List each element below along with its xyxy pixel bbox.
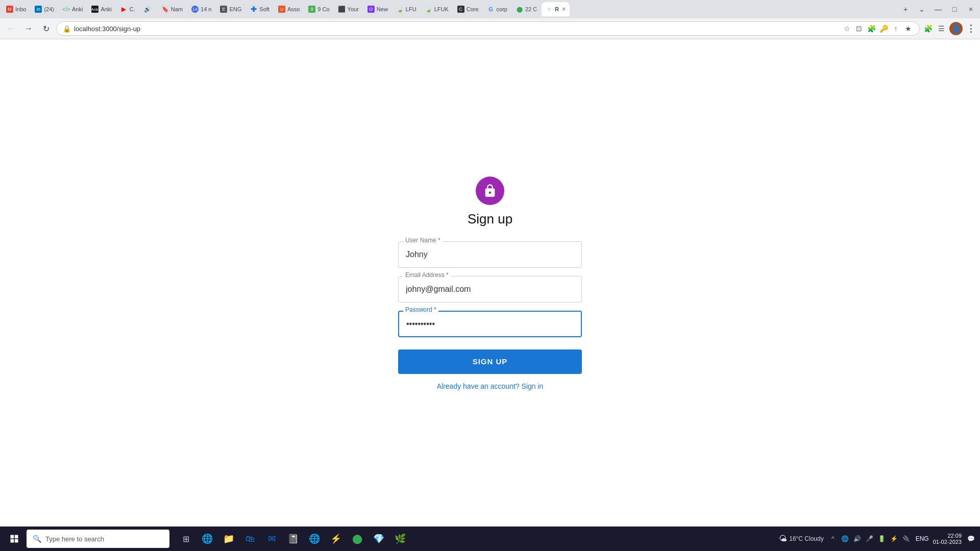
- youtube-favicon: ▶: [120, 6, 128, 13]
- close-button[interactable]: ×: [964, 2, 978, 16]
- share-icon[interactable]: ↑: [891, 23, 901, 34]
- gmail-favicon: M: [6, 6, 13, 13]
- app11-button[interactable]: 🌿: [390, 529, 410, 549]
- password-input[interactable]: [398, 311, 582, 337]
- tab-youtube-label: C.: [130, 6, 135, 12]
- tab-9co-label: 9 Co: [317, 6, 329, 12]
- chrome-button[interactable]: ⬤: [347, 529, 368, 549]
- tab-google[interactable]: G corp: [483, 2, 511, 16]
- store-button[interactable]: 🛍: [240, 529, 260, 549]
- tab-github-label: Your: [348, 6, 359, 12]
- volume-icon[interactable]: 🔊: [852, 534, 863, 544]
- username-input[interactable]: [398, 241, 582, 268]
- network-icon[interactable]: 🌐: [840, 534, 850, 544]
- power-icon[interactable]: ⚡: [889, 534, 899, 544]
- cast-icon[interactable]: ⊡: [854, 23, 864, 34]
- minimize-button[interactable]: —: [931, 2, 945, 16]
- tab-eng[interactable]: E ENG: [216, 2, 246, 16]
- tab-ub-label: Asso: [287, 6, 300, 12]
- new-tab-button[interactable]: +: [898, 2, 913, 16]
- tab-new-obsidian[interactable]: O New: [363, 2, 392, 16]
- eng-favicon: E: [220, 6, 227, 13]
- address-text: localhost:3000/sign-up: [74, 25, 140, 33]
- bookmark-star-icon[interactable]: ☆: [842, 23, 852, 34]
- email-input[interactable]: [398, 276, 582, 303]
- taskbar-clock: 22:09 01-02-2023: [933, 533, 962, 545]
- vscode-button[interactable]: 💎: [369, 529, 389, 549]
- profile-button[interactable]: 👤: [949, 22, 963, 35]
- battery-icon[interactable]: 🔋: [877, 534, 887, 544]
- language-label: ENG: [916, 535, 929, 542]
- tab-youtube[interactable]: ▶ C.: [116, 2, 139, 16]
- tab-google-label: corp: [497, 6, 507, 12]
- tab-react[interactable]: ⚛ R ×: [542, 2, 570, 16]
- tab-lfuk-label: LFUK: [434, 6, 449, 12]
- extensions-puzzle-icon[interactable]: 🧩: [923, 23, 933, 34]
- star-icon[interactable]: ★: [903, 23, 913, 34]
- forward-button[interactable]: →: [21, 21, 36, 36]
- edge-button[interactable]: 🌐: [197, 529, 217, 549]
- taskbar-search-text: Type here to search: [45, 535, 104, 543]
- mail-button[interactable]: ✉: [261, 529, 282, 549]
- tab-core-label: Core: [467, 6, 479, 12]
- taskbar: 🔍 Type here to search ⊞ 🌐 📁 🛍 ✉ 📓 🌐 ⚡ ⬤ …: [0, 527, 980, 551]
- tab-linkedin-label: (24): [44, 6, 54, 12]
- tab-14n[interactable]: 14 14 n: [187, 2, 215, 16]
- signup-button[interactable]: SIGN UP: [398, 349, 582, 374]
- taskbar-search-bar[interactable]: 🔍 Type here to search: [27, 530, 169, 548]
- address-bar-icons: ☆ ⊡ 🧩 🔑 ↑ ★: [842, 23, 913, 34]
- queue-icon[interactable]: ☰: [936, 23, 946, 34]
- weather-icon: 🌤: [779, 534, 787, 543]
- secure-icon: 🔒: [63, 25, 71, 33]
- tab-bookmarks[interactable]: 🔖 Nam: [158, 2, 187, 16]
- signin-link[interactable]: Already have an account? Sign in: [437, 382, 544, 390]
- tab-audio[interactable]: 🔊: [140, 2, 157, 16]
- notification-button[interactable]: 💬: [966, 534, 976, 544]
- tab-core[interactable]: C Core: [453, 2, 483, 16]
- tab-soft[interactable]: ✚ Soft: [246, 2, 274, 16]
- explorer-button[interactable]: 📁: [218, 529, 239, 549]
- tab-9co[interactable]: 9 9 Co: [304, 2, 333, 16]
- tab-gmail[interactable]: M Inbo: [2, 2, 30, 16]
- reload-button[interactable]: ↻: [39, 21, 53, 36]
- tab-overflow-button[interactable]: ⌄: [915, 2, 929, 16]
- github-favicon: ⬛: [338, 6, 346, 13]
- back-button[interactable]: ←: [4, 21, 18, 36]
- tab-lfu1-label: LFU: [406, 6, 416, 12]
- bookmarks-favicon: 🔖: [162, 6, 169, 13]
- app8-button[interactable]: ⚡: [326, 529, 346, 549]
- tab-anki2[interactable]: Anki Anki: [87, 2, 115, 16]
- task-view-button[interactable]: ⊞: [176, 529, 196, 549]
- extension-icon[interactable]: 🧩: [866, 23, 876, 34]
- ub-favicon: U: [278, 6, 285, 13]
- tab-14n-label: 14 n: [201, 6, 211, 12]
- usb-icon[interactable]: 🔌: [901, 534, 912, 544]
- onenote-button[interactable]: 📓: [283, 529, 303, 549]
- more-menu-button[interactable]: ⋮: [966, 23, 976, 34]
- tray-chevron[interactable]: ^: [828, 534, 838, 544]
- tab-anki1[interactable]: </> Anki: [59, 2, 87, 16]
- ie-button[interactable]: 🌐: [304, 529, 325, 549]
- sys-tray-icons: ^ 🌐 🔊 🎤 🔋 ⚡ 🔌: [828, 534, 912, 544]
- tab-gmail-label: Inbo: [15, 6, 26, 12]
- page-content: Sign up User Name * Email Address * Pass…: [0, 39, 980, 527]
- signup-form-container: Sign up User Name * Email Address * Pass…: [388, 166, 592, 400]
- tab-linkedin[interactable]: in (24): [31, 2, 58, 16]
- tab-ub[interactable]: U Asso: [274, 2, 304, 16]
- tab-github[interactable]: ⬛ Your: [334, 2, 363, 16]
- maximize-button[interactable]: □: [947, 2, 962, 16]
- start-button[interactable]: [4, 529, 24, 549]
- taskbar-apps: ⊞ 🌐 📁 🛍 ✉ 📓 🌐 ⚡ ⬤ 💎 🌿: [176, 529, 410, 549]
- tab-lfu1[interactable]: 🍃 LFU: [393, 2, 421, 16]
- tab-22c[interactable]: ⬤ 22 C: [512, 2, 541, 16]
- system-tray: 🌤 16°C Cloudy ^ 🌐 🔊 🎤 🔋 ⚡ 🔌 ENG 22:09 01…: [779, 533, 976, 545]
- username-field-group: User Name *: [398, 241, 582, 268]
- google-favicon: G: [487, 6, 495, 13]
- key-icon[interactable]: 🔑: [878, 23, 889, 34]
- tab-lfuk[interactable]: 🍃 LFUK: [421, 2, 453, 16]
- address-bar[interactable]: 🔒 localhost:3000/sign-up ☆ ⊡ 🧩 🔑 ↑ ★: [56, 21, 920, 36]
- tab-react-close[interactable]: ×: [562, 6, 566, 13]
- tab-22c-label: 22 C: [525, 6, 537, 12]
- microphone-icon[interactable]: 🎤: [865, 534, 875, 544]
- page-title: Sign up: [468, 211, 512, 227]
